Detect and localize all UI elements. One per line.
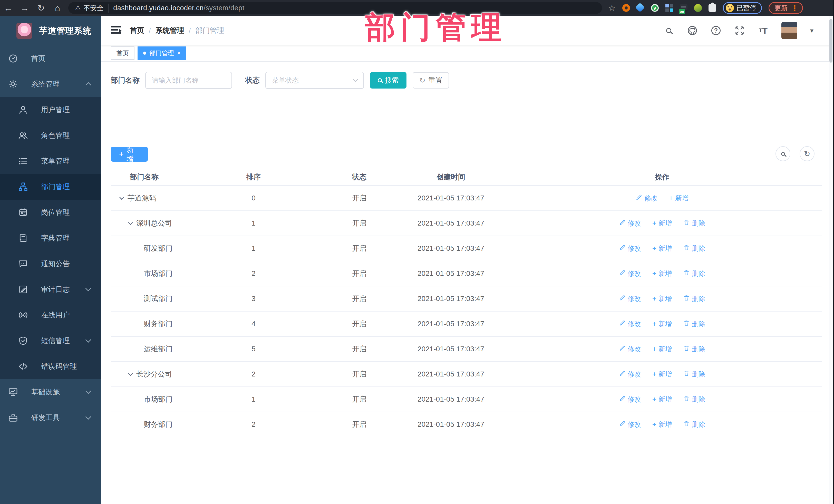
add-link[interactable]: +新增 <box>652 395 672 404</box>
edit-link[interactable]: 修改 <box>636 194 658 203</box>
chrome-update-button[interactable]: 更新 ⋮ <box>769 2 803 14</box>
bookmark-star-icon[interactable]: ☆ <box>608 3 616 13</box>
devtool-icon <box>8 413 18 423</box>
user-avatar[interactable] <box>782 22 797 39</box>
add-link[interactable]: +新增 <box>652 370 672 379</box>
scrollbar-thumb[interactable] <box>829 19 832 63</box>
extension-icon[interactable]: on <box>680 4 687 12</box>
sidebar-item-2[interactable]: 用户管理 <box>0 97 101 123</box>
breadcrumb-home[interactable]: 首页 <box>130 26 144 36</box>
sidebar-item-13[interactable]: 基础设施 <box>0 379 101 405</box>
col-status: 状态 <box>319 172 399 182</box>
reload-icon[interactable]: ↻ <box>33 3 49 13</box>
edit-link[interactable]: 修改 <box>619 269 641 278</box>
add-link[interactable]: +新增 <box>669 194 688 203</box>
edit-link[interactable]: 修改 <box>619 219 641 228</box>
sidebar-item-12[interactable]: 错误码管理 <box>0 354 101 379</box>
delete-link[interactable]: 删除 <box>683 345 705 354</box>
edit-link[interactable]: 修改 <box>619 345 641 354</box>
extensions-puzzle-icon[interactable] <box>708 4 716 12</box>
delete-link[interactable]: 删除 <box>683 244 705 253</box>
sidebar-item-4[interactable]: 菜单管理 <box>0 148 101 174</box>
extension-icon[interactable] <box>637 4 644 12</box>
extension-icon[interactable] <box>622 4 630 12</box>
sidebar-item-1[interactable]: 系统管理 <box>0 71 101 97</box>
font-size-icon[interactable]: TT <box>758 25 769 36</box>
edit-link[interactable]: 修改 <box>619 244 641 253</box>
sidebar-item-9[interactable]: 审计日志 <box>0 277 101 302</box>
status-select[interactable]: 菜单状态 <box>265 72 364 89</box>
back-icon[interactable]: ← <box>0 3 17 13</box>
sidebar-item-label: 岗位管理 <box>41 207 70 217</box>
extension-icon[interactable]: v <box>651 4 659 12</box>
sidebar-item-6[interactable]: 岗位管理 <box>0 200 101 225</box>
sidebar-item-14[interactable]: 研发工具 <box>0 405 101 431</box>
created-cell: 2021-01-05 17:03:47 <box>399 420 502 429</box>
sidebar-item-label: 角色管理 <box>41 131 70 140</box>
delete-link[interactable]: 删除 <box>683 294 705 303</box>
delete-link[interactable]: 删除 <box>683 370 705 379</box>
home-icon[interactable]: ⌂ <box>49 3 66 13</box>
fullscreen-icon[interactable] <box>734 25 745 36</box>
delete-link[interactable]: 删除 <box>683 269 705 278</box>
page-scrollbar[interactable] <box>829 16 833 504</box>
delete-link[interactable]: 删除 <box>683 395 705 404</box>
plus-icon: + <box>669 194 673 202</box>
dept-name-input[interactable] <box>145 72 232 89</box>
sidebar-item-label: 用户管理 <box>41 105 70 115</box>
tab-首页[interactable]: 首页 <box>111 46 134 60</box>
delete-link[interactable]: 删除 <box>683 420 705 429</box>
profile-paused-badge[interactable]: 已暂停 <box>723 2 762 14</box>
menu-dots-icon[interactable]: ⋮ <box>791 4 798 13</box>
refresh-table-button[interactable]: ↻ <box>799 146 814 161</box>
sidebar-item-11[interactable]: 短信管理 <box>0 328 101 354</box>
add-link[interactable]: +新增 <box>652 320 672 328</box>
toggle-search-button[interactable] <box>775 146 790 161</box>
search-button[interactable]: 搜索 <box>370 72 407 89</box>
add-link[interactable]: +新增 <box>652 420 672 429</box>
sidebar-item-8[interactable]: 通知公告 <box>0 251 101 277</box>
expand-chevron-icon[interactable] <box>119 195 124 200</box>
add-link[interactable]: +新增 <box>652 219 672 228</box>
github-icon[interactable] <box>687 25 698 36</box>
sidebar-item-3[interactable]: 角色管理 <box>0 123 101 148</box>
sidebar-item-10[interactable]: 在线用户 <box>0 302 101 328</box>
security-label[interactable]: 不安全 <box>83 4 109 13</box>
edit-link[interactable]: 修改 <box>619 294 641 303</box>
add-button[interactable]: + 新增 <box>111 147 148 162</box>
edit-link[interactable]: 修改 <box>619 395 641 404</box>
address-bar[interactable]: ⚠ 不安全 dashboard.yudao.iocoder.cn/system/… <box>68 2 602 14</box>
close-tab-icon[interactable]: × <box>177 49 181 57</box>
extension-icon[interactable] <box>665 4 673 12</box>
app-logo-row[interactable]: 芋道管理系统 <box>0 16 101 46</box>
search-icon[interactable] <box>663 25 674 36</box>
delete-link[interactable]: 删除 <box>683 320 705 328</box>
add-link[interactable]: +新增 <box>652 269 672 278</box>
forward-icon[interactable]: → <box>17 3 33 13</box>
sidebar-item-0[interactable]: 首页 <box>0 46 101 71</box>
add-link[interactable]: +新增 <box>652 244 672 253</box>
reset-button[interactable]: ↻ 重置 <box>413 72 449 89</box>
sidebar-item-label: 基础设施 <box>31 387 60 397</box>
edit-link[interactable]: 修改 <box>619 320 641 328</box>
add-link[interactable]: +新增 <box>652 345 672 354</box>
extension-icon[interactable] <box>694 4 702 12</box>
help-icon[interactable]: ? <box>710 25 721 36</box>
expand-chevron-icon[interactable] <box>128 220 133 225</box>
avatar-caret-icon[interactable]: ▾ <box>810 27 813 35</box>
edit-link[interactable]: 修改 <box>619 370 641 379</box>
sidebar-item-7[interactable]: 字典管理 <box>0 225 101 251</box>
expand-chevron-icon[interactable] <box>128 371 133 376</box>
edit-link[interactable]: 修改 <box>619 420 641 429</box>
add-link[interactable]: +新增 <box>652 294 672 303</box>
breadcrumb-system[interactable]: 系统管理 <box>155 26 184 36</box>
tab-部门管理[interactable]: 部门管理× <box>137 46 186 60</box>
app-title: 芋道管理系统 <box>39 25 91 37</box>
table-row: 研发部门 1 开启 2021-01-05 17:03:47 修改+新增删除 <box>111 236 822 261</box>
order-cell: 0 <box>188 194 319 202</box>
update-label: 更新 <box>774 4 788 13</box>
sidebar-item-5[interactable]: 部门管理 <box>0 174 101 200</box>
sidebar-item-label: 系统管理 <box>31 79 60 89</box>
hamburger-icon[interactable] <box>111 26 121 35</box>
delete-link[interactable]: 删除 <box>683 219 705 228</box>
